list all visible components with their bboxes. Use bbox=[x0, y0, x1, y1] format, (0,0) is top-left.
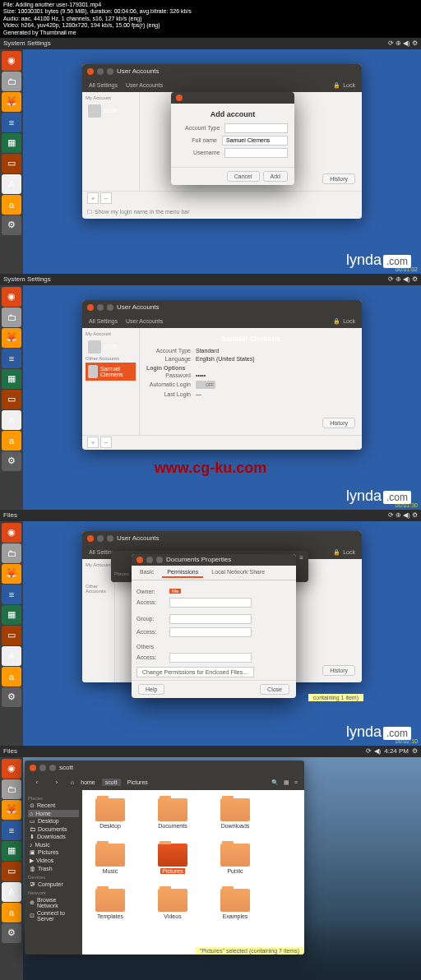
user-list-item-selected[interactable]: Samuel Clemens bbox=[86, 363, 136, 381]
firefox-icon[interactable]: 🦊 bbox=[2, 92, 21, 112]
firefox-icon[interactable]: 🦊 bbox=[2, 800, 21, 820]
sidebar-computer[interactable]: 🖳Computer bbox=[28, 881, 79, 888]
folder-videos[interactable]: Videos bbox=[153, 889, 192, 919]
history-button[interactable]: History bbox=[322, 173, 355, 184]
calc-icon[interactable]: ▦ bbox=[2, 841, 21, 861]
folder-documents[interactable]: Documents bbox=[153, 798, 192, 829]
window-titlebar[interactable]: scott bbox=[25, 760, 304, 775]
maximize-icon[interactable] bbox=[156, 557, 163, 563]
account-type-value[interactable]: Standard bbox=[196, 348, 219, 354]
auto-login-toggle[interactable]: OFF bbox=[196, 381, 215, 389]
impress-icon[interactable]: ▭ bbox=[2, 626, 21, 645]
software-icon[interactable]: A bbox=[2, 646, 21, 666]
minimize-icon[interactable] bbox=[97, 535, 104, 542]
panel-indicators[interactable]: ⟳ ⊕ ◀) ⚙ bbox=[388, 511, 418, 519]
writer-icon[interactable]: ≡ bbox=[2, 821, 21, 840]
history-button[interactable]: History bbox=[322, 665, 355, 676]
remove-user-button[interactable]: − bbox=[100, 192, 112, 204]
sidebar-recent[interactable]: ⊙Recent bbox=[28, 802, 79, 810]
minimize-icon[interactable] bbox=[39, 765, 46, 771]
files-icon[interactable]: 🗀 bbox=[2, 779, 21, 799]
dash-icon[interactable]: ◉ bbox=[2, 759, 21, 779]
close-button[interactable]: Close bbox=[260, 684, 289, 695]
add-button[interactable]: Add bbox=[263, 171, 288, 182]
minimize-icon[interactable] bbox=[97, 304, 104, 311]
firefox-icon[interactable]: 🦊 bbox=[2, 564, 21, 584]
dialog-titlebar[interactable] bbox=[171, 92, 294, 104]
writer-icon[interactable]: ≡ bbox=[2, 113, 21, 132]
impress-icon[interactable]: ▭ bbox=[2, 154, 21, 173]
folder-public[interactable]: Public bbox=[215, 844, 255, 874]
folder-downloads[interactable]: Downloads bbox=[215, 798, 255, 829]
panel-indicators[interactable]: ⟳ ⊕ ◀) ⚙ bbox=[388, 275, 418, 283]
folder-desktop[interactable]: Desktop bbox=[90, 798, 130, 829]
menu-bar-checkbox-row[interactable]: ☐ Show my login name in the menu bar bbox=[82, 206, 362, 219]
software-icon[interactable]: A bbox=[2, 174, 21, 194]
language-value[interactable]: English (United States) bbox=[196, 356, 255, 362]
lock-button[interactable]: 🔒Lock bbox=[333, 318, 355, 325]
user-list-item[interactable]: Scott bbox=[86, 338, 136, 356]
remove-user-button[interactable]: − bbox=[100, 437, 112, 448]
window-titlebar[interactable]: User Accounts bbox=[82, 300, 362, 315]
sidebar-browse-network[interactable]: ⊕Browse Network bbox=[28, 896, 79, 909]
add-user-button[interactable]: + bbox=[87, 437, 99, 448]
close-icon[interactable] bbox=[136, 557, 143, 563]
help-button[interactable]: Help bbox=[138, 684, 164, 695]
amazon-icon[interactable]: a bbox=[2, 431, 21, 451]
forward-button[interactable]: › bbox=[51, 777, 62, 788]
sidebar-documents[interactable]: 🗀Documents bbox=[28, 825, 79, 833]
dash-icon[interactable]: ◉ bbox=[2, 287, 21, 307]
maximize-icon[interactable] bbox=[49, 765, 56, 771]
username-combo[interactable]: samuelclemens▾ bbox=[224, 148, 288, 158]
all-settings-link[interactable]: All Settings bbox=[89, 318, 118, 324]
others-access-select[interactable]: Access files▾ bbox=[169, 653, 252, 663]
sidebar-pictures[interactable]: ▣Pictures bbox=[28, 848, 79, 857]
close-icon[interactable] bbox=[87, 535, 94, 542]
settings-icon[interactable]: ⚙ bbox=[2, 687, 21, 707]
impress-icon[interactable]: ▭ bbox=[2, 862, 21, 881]
amazon-icon[interactable]: a bbox=[2, 903, 21, 922]
calc-icon[interactable]: ▦ bbox=[2, 605, 21, 625]
cancel-button[interactable]: Cancel bbox=[227, 171, 260, 182]
sidebar-videos[interactable]: ▶Videos bbox=[28, 857, 79, 865]
breadcrumb-pictures[interactable]: Pictures bbox=[124, 779, 151, 786]
password-value[interactable]: ••••• bbox=[196, 372, 206, 378]
fullname-input[interactable] bbox=[222, 136, 288, 146]
close-icon[interactable] bbox=[87, 68, 94, 75]
tab-permissions[interactable]: Permissions bbox=[162, 567, 203, 578]
impress-icon[interactable]: ▭ bbox=[2, 390, 21, 409]
group-access-select[interactable]: Access files▾ bbox=[169, 627, 252, 637]
back-button[interactable]: ‹ bbox=[31, 777, 43, 788]
search-icon[interactable]: 🔍 bbox=[271, 779, 279, 786]
minimize-icon[interactable] bbox=[146, 557, 153, 563]
window-titlebar[interactable]: User Accounts bbox=[82, 531, 362, 546]
maximize-icon[interactable] bbox=[107, 68, 113, 75]
settings-icon[interactable]: ⚙ bbox=[2, 215, 21, 235]
dash-icon[interactable]: ◉ bbox=[2, 523, 21, 543]
group-select[interactable]: scott▾ bbox=[169, 614, 252, 624]
calc-icon[interactable]: ▦ bbox=[2, 133, 21, 153]
change-enclosed-button[interactable]: Change Permissions for Enclosed Files… bbox=[136, 667, 254, 677]
panel-indicators[interactable]: ⟳ ⊕ ◀) ⚙ bbox=[388, 39, 418, 47]
amazon-icon[interactable]: a bbox=[2, 195, 21, 215]
close-icon[interactable] bbox=[30, 765, 36, 771]
home-icon[interactable]: ⌂ bbox=[71, 779, 74, 785]
all-settings-link[interactable]: All Settings bbox=[89, 82, 118, 88]
window-titlebar[interactable]: User Accounts bbox=[82, 64, 362, 79]
breadcrumb-home[interactable]: home bbox=[77, 779, 99, 786]
owner-access-select[interactable]: Create and delete files▾ bbox=[169, 598, 252, 608]
dash-icon[interactable]: ◉ bbox=[2, 51, 21, 71]
view-grid-icon[interactable]: ▦ bbox=[284, 779, 289, 786]
sidebar-downloads[interactable]: ⬇Downloads bbox=[28, 833, 79, 841]
software-icon[interactable]: A bbox=[2, 410, 21, 430]
sidebar-home[interactable]: ⌂Home bbox=[28, 810, 79, 817]
firefox-icon[interactable]: 🦊 bbox=[2, 328, 21, 348]
lock-button[interactable]: 🔒Lock bbox=[333, 82, 355, 89]
view-list-icon[interactable]: ≡ bbox=[294, 779, 298, 786]
user-list-item[interactable]: Scott bbox=[86, 102, 136, 120]
amazon-icon[interactable]: a bbox=[2, 667, 21, 686]
calc-icon[interactable]: ▦ bbox=[2, 369, 21, 389]
menu-icon[interactable]: ≡ bbox=[299, 554, 303, 562]
folder-templates[interactable]: Templates bbox=[90, 889, 130, 919]
panel-indicators[interactable]: ⟳ ◀) 4:24 PM ⚙ bbox=[366, 747, 418, 755]
